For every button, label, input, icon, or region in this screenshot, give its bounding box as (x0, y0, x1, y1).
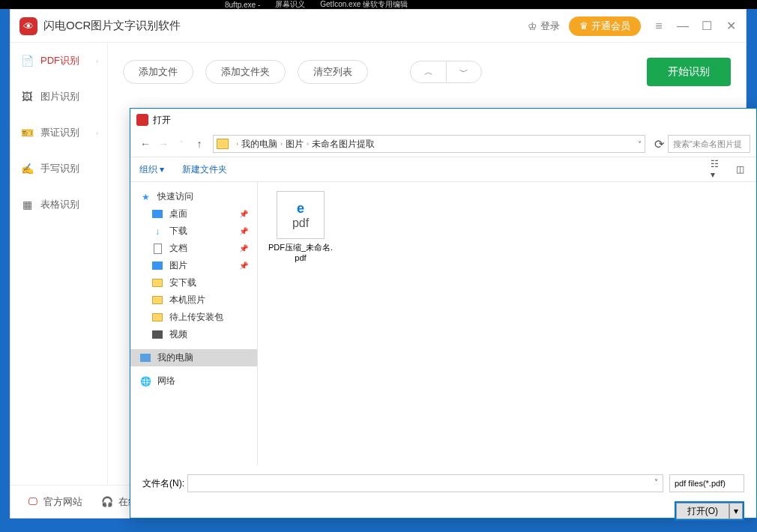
app-title: 闪电OCR图片文字识别软件 (43, 19, 181, 33)
dialog-sidebar: ★快速访问 桌面📌 ↓下载📌 文档📌 图片📌 安下载 本机照片 待上传安装包 视… (130, 182, 258, 465)
link-label: 官方网站 (43, 495, 82, 509)
open-button-group: 打开(O) ▾ (675, 501, 744, 521)
this-pc-item[interactable]: 我的电脑 (130, 349, 257, 366)
titlebar: 闪电OCR图片文字识别软件 登录 开通会员 ≡ — ☐ ✕ (10, 10, 746, 43)
folder-item[interactable]: 本机照片 (130, 291, 257, 309)
maximize-icon[interactable]: ☐ (701, 20, 713, 32)
file-thumbnail: e pdf (277, 191, 325, 239)
move-up-button[interactable]: ︿ (410, 61, 446, 83)
edge-icon: e (297, 201, 304, 217)
up-button[interactable]: ↑ (190, 135, 208, 153)
minimize-icon[interactable]: — (677, 20, 689, 32)
filetype-label: pdf files(*.pdf) (675, 479, 726, 488)
download-icon: ↓ (151, 226, 163, 238)
sidebar-item-label: 票证识别 (40, 126, 79, 139)
close-icon[interactable]: ✕ (725, 20, 737, 32)
filetype-select[interactable]: pdf files(*.pdf) (669, 474, 744, 492)
breadcrumb-sep: › (307, 140, 309, 148)
refresh-button[interactable]: ⟳ (650, 135, 668, 153)
vip-label: 开通会员 (591, 19, 630, 33)
quick-access-item[interactable]: ★快速访问 (130, 188, 257, 205)
add-folder-button[interactable]: 添加文件夹 (205, 60, 286, 84)
pc-icon (139, 352, 151, 364)
address-bar[interactable]: › 我的电脑 › 图片 › 未命名图片提取 ˅ (213, 135, 645, 153)
sidebar: 📄 PDF识别 › 🖼 图片识别 🎫 票证识别 › ✍ 手写识别 ▦ 表格识别 (10, 43, 108, 486)
pin-icon: 📌 (239, 244, 248, 253)
side-label: 图片 (169, 259, 187, 272)
open-button[interactable]: 打开(O) (676, 503, 729, 519)
table-icon: ▦ (19, 197, 34, 212)
desktop-item[interactable]: 桌面📌 (130, 205, 257, 223)
organize-menu[interactable]: 组织 ▾ (139, 163, 164, 176)
monitor-icon: 🖵 (25, 495, 39, 509)
file-list[interactable]: e pdf PDF压缩_未命名.pdf (258, 182, 756, 465)
new-folder-button[interactable]: 新建文件夹 (182, 163, 227, 176)
folder-item[interactable]: 安下载 (130, 274, 257, 291)
side-label: 快速访问 (157, 190, 193, 203)
dialog-titlebar: 打开 (130, 109, 756, 131)
sidebar-item-label: 手写识别 (40, 162, 79, 175)
back-button[interactable]: ← (136, 135, 154, 153)
address-dropdown-icon[interactable]: ˅ (638, 140, 642, 148)
pin-icon: 📌 (239, 227, 248, 235)
breadcrumb-item[interactable]: 未命名图片提取 (312, 138, 375, 151)
sidebar-item-image[interactable]: 🖼 图片识别 (10, 79, 107, 115)
desktop-taskbar: 8uftp.exe - 屏幕识义 GetIcon.exe 缘软专用编辑 (0, 0, 757, 9)
handwriting-icon: ✍ (19, 161, 34, 176)
side-label: 待上传安装包 (169, 311, 223, 324)
vip-button[interactable]: 开通会员 (569, 16, 641, 36)
start-recognition-button[interactable]: 开始识别 (647, 58, 731, 86)
sidebar-item-ticket[interactable]: 🎫 票证识别 › (10, 115, 107, 151)
network-item[interactable]: 🌐网络 (130, 372, 257, 390)
taskbar-item: 8uftp.exe - (225, 1, 260, 9)
downloads-item[interactable]: ↓下载📌 (130, 223, 257, 240)
document-icon (151, 243, 163, 255)
move-down-button[interactable]: ﹀ (446, 61, 482, 83)
side-label: 桌面 (169, 208, 187, 220)
sidebar-item-pdf[interactable]: 📄 PDF识别 › (10, 43, 107, 79)
recent-dropdown[interactable]: ˅ (172, 135, 190, 153)
open-dropdown-button[interactable]: ▾ (729, 503, 743, 519)
clear-list-button[interactable]: 清空列表 (298, 60, 368, 84)
side-label: 文档 (169, 242, 187, 255)
add-file-button[interactable]: 添加文件 (123, 60, 193, 84)
folder-icon (151, 277, 163, 289)
chevron-right-icon: › (96, 57, 98, 65)
pictures-item[interactable]: 图片📌 (130, 257, 257, 274)
side-label: 视频 (169, 328, 187, 341)
side-label: 下载 (169, 225, 187, 238)
dialog-toolbar: 组织 ▾ 新建文件夹 ☷ ▾ ◫ (130, 157, 756, 182)
pin-icon: 📌 (239, 210, 248, 218)
dialog-footer: 文件名(N): ˅ pdf files(*.pdf) 打开(O) ▾ (130, 465, 756, 530)
breadcrumb-item[interactable]: 图片 (286, 138, 304, 151)
login-link[interactable]: 登录 (528, 19, 560, 33)
breadcrumb-sep: › (236, 140, 238, 148)
videos-item[interactable]: 视频 (130, 326, 257, 343)
sidebar-item-handwriting[interactable]: ✍ 手写识别 (10, 151, 107, 187)
pdf-icon: 📄 (19, 53, 34, 68)
folder-icon (151, 294, 163, 306)
chevron-right-icon: › (96, 129, 98, 137)
file-item[interactable]: e pdf PDF压缩_未命名.pdf (267, 191, 334, 262)
login-label: 登录 (540, 19, 560, 33)
folder-item[interactable]: 待上传安装包 (130, 309, 257, 326)
side-label: 网络 (157, 375, 175, 387)
filename-input[interactable]: ˅ (187, 474, 663, 492)
breadcrumb-item[interactable]: 我的电脑 (241, 138, 277, 151)
sort-arrows: ︿ ﹀ (410, 61, 482, 83)
menu-icon[interactable]: ≡ (653, 20, 665, 32)
star-icon: ★ (139, 191, 151, 203)
folder-icon (151, 312, 163, 324)
video-icon (151, 329, 163, 341)
sidebar-item-label: PDF识别 (40, 54, 79, 67)
sidebar-item-table[interactable]: ▦ 表格识别 (10, 187, 107, 223)
app-logo-icon (19, 17, 37, 35)
forward-button[interactable]: → (154, 135, 172, 153)
preview-pane-button[interactable]: ◫ (732, 162, 747, 177)
view-mode-button[interactable]: ☷ ▾ (710, 162, 725, 177)
official-site-link[interactable]: 🖵官方网站 (25, 495, 82, 509)
search-input[interactable]: 搜索"未命名图片提 (668, 135, 750, 153)
documents-item[interactable]: 文档📌 (130, 240, 257, 257)
dialog-app-icon (136, 114, 148, 126)
filename-dropdown-icon[interactable]: ˅ (654, 478, 658, 486)
